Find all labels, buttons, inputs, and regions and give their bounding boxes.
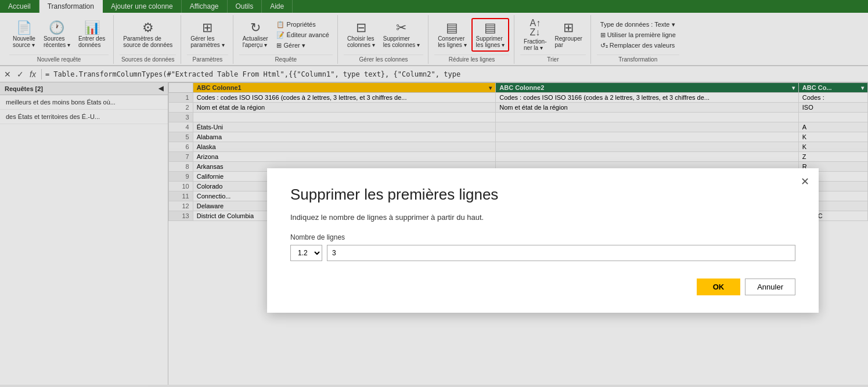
dialog-title: Supprimer les premières lignes xyxy=(290,186,795,204)
dialog-lines-input[interactable] xyxy=(327,245,795,261)
dialog-supprimer-lignes: ✕ Supprimer les premières lignes Indique… xyxy=(267,168,819,313)
dialog-cancel-button[interactable]: Annuler xyxy=(745,279,795,295)
dialog-footer: OK Annuler xyxy=(290,279,795,295)
dialog-close-button[interactable]: ✕ xyxy=(801,175,809,188)
dialog-description: Indiquez le nombre de lignes à supprimer… xyxy=(290,213,795,222)
dialog-field-label: Nombre de lignes xyxy=(290,233,795,241)
dialog-ok-button[interactable]: OK xyxy=(697,279,741,295)
dialog-type-select[interactable]: 1.2 xyxy=(290,245,322,261)
dialog-inputs: 1.2 xyxy=(290,245,795,261)
